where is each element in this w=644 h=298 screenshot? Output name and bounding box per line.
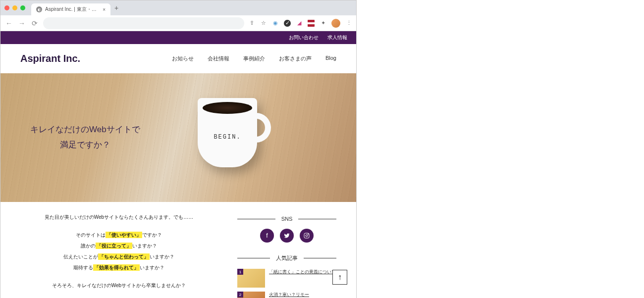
nav-cases[interactable]: 事例紹介 bbox=[243, 55, 265, 62]
extension-icon[interactable]: ◉ bbox=[272, 20, 279, 27]
popular-heading: 人気記事 bbox=[237, 254, 336, 262]
window-close-button[interactable] bbox=[4, 5, 9, 10]
hero-line-2: 満足ですか？ bbox=[30, 138, 140, 153]
share-icon[interactable]: ⇧ bbox=[248, 20, 255, 27]
twitter-icon[interactable] bbox=[280, 229, 294, 243]
recruit-link[interactable]: 求人情報 bbox=[327, 34, 347, 41]
sidebar: SNS f 人気記事 1 「紙に書く」ことの意義について bbox=[237, 212, 336, 298]
instagram-icon[interactable] bbox=[300, 229, 314, 243]
nav-company[interactable]: 会社情報 bbox=[208, 55, 229, 62]
intro-q1: そのサイトは「使いやすい」ですか？ bbox=[20, 230, 217, 241]
scroll-to-top-button[interactable]: ↑ bbox=[332, 270, 347, 285]
browser-menu-icon[interactable]: ⋮ bbox=[345, 20, 352, 27]
popular-thumb: 1 bbox=[237, 269, 265, 288]
window-minimize-button[interactable] bbox=[12, 5, 17, 10]
bookmark-icon[interactable]: ☆ bbox=[260, 20, 267, 27]
intro-q3: 伝えたいことが「ちゃんと伝わって」いますか？ bbox=[20, 251, 217, 262]
hero-headline: キレイなだけのWebサイトで 満足ですか？ bbox=[30, 122, 140, 152]
sns-heading: SNS bbox=[237, 216, 336, 222]
nav-news[interactable]: お知らせ bbox=[172, 55, 194, 62]
svg-point-2 bbox=[308, 234, 309, 235]
mug-label: BEGIN. bbox=[198, 134, 257, 141]
extension-icon-4[interactable] bbox=[308, 20, 315, 27]
window-maximize-button[interactable] bbox=[20, 5, 25, 10]
facebook-icon[interactable]: f bbox=[260, 229, 274, 243]
site-logo[interactable]: Aspirant Inc. bbox=[20, 53, 80, 64]
window-controls bbox=[4, 5, 25, 10]
tab-title: Aspirant Inc. | 東京・渋谷のWeb bbox=[45, 6, 100, 13]
highlight: 「ちゃんと伝わって」 bbox=[98, 253, 150, 260]
nav-voice[interactable]: お客さまの声 bbox=[279, 55, 312, 62]
intro-q2: 誰かの「役に立って」いますか？ bbox=[20, 241, 217, 251]
content-area: 見た目が美しいだけのWebサイトならたくさんあります。でも…… そのサイトは「使… bbox=[0, 202, 356, 298]
browser-toolbar: ← → ⟳ ⇧ ☆ ◉ ✓ ◢ ✦ ⋮ bbox=[0, 15, 356, 31]
main-nav: お知らせ 会社情報 事例紹介 お客さまの声 Blog bbox=[172, 55, 336, 62]
arrow-up-icon: ↑ bbox=[338, 273, 342, 282]
svg-point-1 bbox=[306, 235, 308, 237]
back-button[interactable]: ← bbox=[4, 19, 13, 27]
popular-item[interactable]: 1 「紙に書く」ことの意義について bbox=[237, 269, 336, 288]
new-tab-button[interactable]: + bbox=[114, 4, 118, 12]
tab-favicon: ◐ bbox=[36, 6, 42, 12]
tab-close-button[interactable]: × bbox=[103, 7, 106, 12]
intro-closing: そろそろ、キレイなだけのWebサイトから卒業しませんか？ bbox=[20, 280, 217, 291]
browser-tab[interactable]: ◐ Aspirant Inc. | 東京・渋谷のWeb × bbox=[31, 3, 110, 15]
site-header: Aspirant Inc. お知らせ 会社情報 事例紹介 お客さまの声 Blog bbox=[0, 44, 356, 73]
popular-thumb: 2 bbox=[237, 292, 265, 298]
hero-line-1: キレイなだけのWebサイトで bbox=[30, 122, 140, 138]
sns-links: f bbox=[237, 229, 336, 243]
forward-button[interactable]: → bbox=[17, 19, 26, 27]
popular-list: 1 「紙に書く」ことの意義について 2 火消？寒い？リモー bbox=[237, 269, 336, 298]
browser-window: ◐ Aspirant Inc. | 東京・渋谷のWeb × + ← → ⟳ ⇧ … bbox=[0, 0, 357, 298]
reload-button[interactable]: ⟳ bbox=[30, 19, 39, 27]
intro-q4: 期待する「効果を得られて」いますか？ bbox=[20, 262, 217, 273]
page-viewport: お問い合わせ 求人情報 Aspirant Inc. お知らせ 会社情報 事例紹介… bbox=[0, 31, 356, 298]
highlight: 「使いやすい」 bbox=[106, 232, 142, 238]
nav-blog[interactable]: Blog bbox=[325, 55, 336, 62]
intro-copy: 見た目が美しいだけのWebサイトならたくさんあります。でも…… そのサイトは「使… bbox=[20, 212, 217, 291]
extensions-menu-icon[interactable]: ✦ bbox=[320, 20, 326, 27]
rank-badge: 2 bbox=[237, 292, 243, 298]
popular-title: 「紙に書く」ことの意義について bbox=[269, 269, 336, 275]
toolbar-icons: ⇧ ☆ ◉ ✓ ◢ ✦ ⋮ bbox=[248, 19, 352, 28]
address-bar[interactable] bbox=[43, 17, 244, 29]
utility-bar: お問い合わせ 求人情報 bbox=[0, 31, 356, 44]
highlight: 「効果を得られて」 bbox=[93, 264, 140, 271]
hero-section: キレイなだけのWebサイトで 満足ですか？ BEGIN. bbox=[0, 73, 356, 202]
contact-link[interactable]: お問い合わせ bbox=[289, 34, 319, 41]
browser-tab-strip: ◐ Aspirant Inc. | 東京・渋谷のWeb × + bbox=[0, 0, 356, 15]
rank-badge: 1 bbox=[237, 269, 243, 275]
popular-item[interactable]: 2 火消？寒い？リモー bbox=[237, 292, 336, 298]
extension-icon-2[interactable]: ✓ bbox=[284, 20, 291, 27]
profile-avatar[interactable] bbox=[331, 19, 340, 28]
main-column: 見た目が美しいだけのWebサイトならたくさんあります。でも…… そのサイトは「使… bbox=[20, 212, 217, 298]
hero-mug-image: BEGIN. bbox=[198, 98, 267, 177]
popular-title: 火消？寒い？リモー bbox=[269, 292, 309, 298]
intro-lead: 見た目が美しいだけのWebサイトならたくさんあります。でも…… bbox=[20, 212, 217, 223]
highlight: 「役に立って」 bbox=[96, 243, 132, 249]
extension-icon-3[interactable]: ◢ bbox=[296, 20, 303, 27]
